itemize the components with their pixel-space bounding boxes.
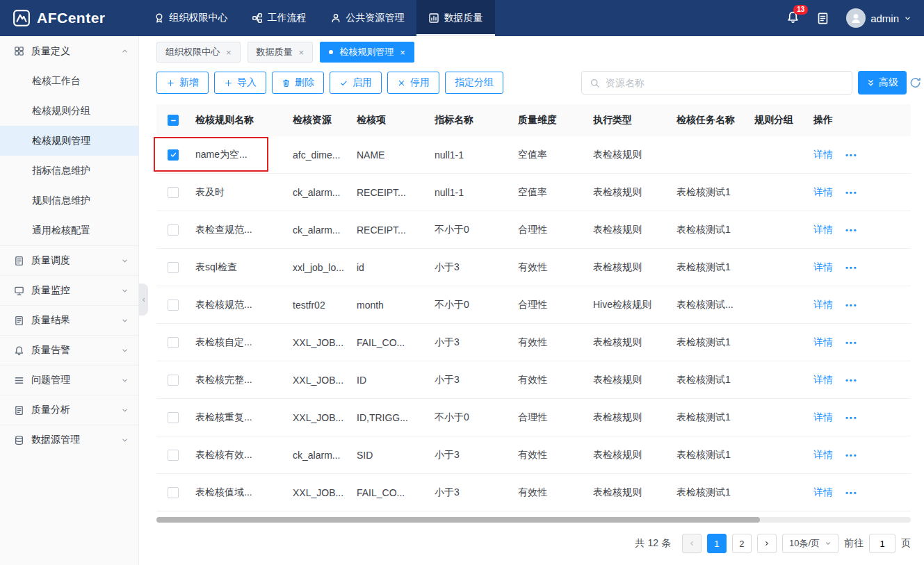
scrollbar-thumb[interactable] <box>156 517 760 523</box>
column-header-4: 质量维度 <box>518 114 593 126</box>
cell-resource: XXL_JOB... <box>293 337 357 348</box>
goto-page-input[interactable] <box>869 534 895 553</box>
detail-link[interactable]: 详情 <box>813 449 833 461</box>
more-actions-icon[interactable]: ••• <box>845 451 858 459</box>
row-checkbox[interactable] <box>168 450 179 461</box>
select-all-checkbox[interactable] <box>168 115 179 126</box>
topbar-nav-item-1[interactable]: 工作流程 <box>240 0 318 36</box>
detail-link[interactable]: 详情 <box>813 411 833 424</box>
tab-2[interactable]: 检核规则管理× <box>320 42 414 63</box>
more-actions-icon[interactable]: ••• <box>845 376 858 384</box>
toolbar-button-2[interactable]: 删除 <box>272 72 324 94</box>
toolbar-button-3[interactable]: 启用 <box>330 72 382 94</box>
more-actions-icon[interactable]: ••• <box>845 188 858 197</box>
prev-page-button[interactable] <box>682 534 702 553</box>
close-icon[interactable]: × <box>400 47 405 58</box>
sidebar-group-2[interactable]: 质量监控 <box>0 275 138 305</box>
more-actions-icon[interactable]: ••• <box>845 338 858 347</box>
more-actions-icon[interactable]: ••• <box>845 489 858 497</box>
next-page-button[interactable] <box>757 534 777 553</box>
tab-1[interactable]: 数据质量× <box>248 42 314 63</box>
detail-link[interactable]: 详情 <box>813 374 833 386</box>
chevron-left-icon <box>140 297 147 303</box>
chevron-right-icon <box>763 540 770 547</box>
detail-link[interactable]: 详情 <box>813 261 833 274</box>
toolbar-button-1[interactable]: 导入 <box>214 72 266 94</box>
detail-link[interactable]: 详情 <box>813 336 833 349</box>
cell-metric: 小于3 <box>435 336 518 349</box>
sidebar-item-0-1[interactable]: 检核规则分组 <box>0 96 138 126</box>
detail-link[interactable]: 详情 <box>813 149 833 161</box>
row-checkbox[interactable] <box>168 375 179 386</box>
horizontal-scrollbar[interactable] <box>156 517 911 523</box>
row-checkbox[interactable] <box>168 337 179 348</box>
cell-task: 表检核测试1 <box>676 261 754 274</box>
row-checkbox[interactable] <box>168 262 179 273</box>
sidebar-item-0-5[interactable]: 通用检核配置 <box>0 215 138 245</box>
workflow-icon <box>252 13 263 24</box>
cell-name: 表检核有效... <box>195 449 293 461</box>
detail-link[interactable]: 详情 <box>813 224 833 236</box>
sidebar-item-0-2[interactable]: 检核规则管理 <box>0 126 138 156</box>
page-button-2[interactable]: 2 <box>732 534 752 553</box>
topbar-nav-item-3[interactable]: 数据质量 <box>416 0 495 36</box>
sidebar-group-1[interactable]: 质量调度 <box>0 245 138 275</box>
refresh-icon[interactable] <box>909 76 922 90</box>
chevron-down-icon <box>121 257 129 265</box>
detail-link[interactable]: 详情 <box>813 186 833 199</box>
cell-task: 表检核测试... <box>676 299 754 311</box>
close-icon[interactable]: × <box>299 47 305 58</box>
detail-link[interactable]: 详情 <box>813 299 833 311</box>
cell-task: 表检核测试1 <box>676 186 754 199</box>
page-size-select[interactable]: 10条/页 <box>782 534 838 553</box>
chevron-up-icon <box>121 47 129 55</box>
topbar-nav-item-2[interactable]: 公共资源管理 <box>318 0 416 36</box>
cell-item: ID <box>357 375 435 386</box>
toolbar-button-5[interactable]: 指定分组 <box>445 72 503 94</box>
sidebar-item-label: 检核规则管理 <box>32 135 90 146</box>
close-icon[interactable]: × <box>226 47 232 58</box>
notifications-button[interactable]: 13 <box>786 10 800 26</box>
sidebar-group-3[interactable]: 质量结果 <box>0 305 138 335</box>
row-checkbox[interactable] <box>168 149 179 161</box>
search-input[interactable] <box>606 77 844 88</box>
sidebar-group-7[interactable]: 数据源管理 <box>0 425 138 455</box>
document-icon[interactable] <box>816 12 829 25</box>
tab-label: 数据质量 <box>257 46 293 58</box>
tab-0[interactable]: 组织权限中心× <box>156 42 241 63</box>
chevron-down-icon <box>121 436 129 444</box>
sidebar-item-0-0[interactable]: 检核工作台 <box>0 66 138 96</box>
sidebar-item-label: 检核规则分组 <box>32 105 90 116</box>
more-actions-icon[interactable]: ••• <box>845 413 858 422</box>
toolbar-button-4[interactable]: 停用 <box>387 72 439 94</box>
sidebar-group-0[interactable]: 质量定义 <box>0 36 138 66</box>
row-checkbox[interactable] <box>168 224 179 236</box>
sidebar-item-0-4[interactable]: 规则信息维护 <box>0 186 138 215</box>
sidebar-group-6[interactable]: 质量分析 <box>0 395 138 425</box>
row-checkbox[interactable] <box>168 187 179 198</box>
double-chevron-down-icon <box>866 79 875 88</box>
toolbar-button-0[interactable]: 新增 <box>156 72 209 94</box>
sidebar-item-0-3[interactable]: 指标信息维护 <box>0 156 138 186</box>
table-row-7: 表检核重复...XXL_JOB...ID,TRIGG...不小于0合理性表检核规… <box>156 399 911 436</box>
more-actions-icon[interactable]: ••• <box>845 226 858 234</box>
sidebar-group-4[interactable]: 质量告警 <box>0 335 138 365</box>
sidebar-collapse-handle[interactable] <box>139 284 148 316</box>
row-checkbox[interactable] <box>168 300 179 311</box>
more-actions-icon[interactable]: ••• <box>845 263 858 272</box>
sidebar-group-5[interactable]: 问题管理 <box>0 365 138 395</box>
logo[interactable]: AFCenter <box>0 9 118 27</box>
more-actions-icon[interactable]: ••• <box>845 151 858 159</box>
row-checkbox[interactable] <box>168 412 179 423</box>
cell-metric: 不小于0 <box>435 411 518 424</box>
page-button-1[interactable]: 1 <box>707 534 727 553</box>
list-icon <box>14 375 24 386</box>
search-icon <box>590 78 600 88</box>
advanced-button[interactable]: 高级 <box>858 71 907 95</box>
topbar-nav-item-0[interactable]: 组织权限中心 <box>142 0 240 36</box>
user-menu[interactable]: admin <box>846 8 911 28</box>
detail-link[interactable]: 详情 <box>813 486 833 499</box>
row-checkbox[interactable] <box>168 487 179 498</box>
more-actions-icon[interactable]: ••• <box>845 301 858 309</box>
cell-actions: 详情••• <box>813 299 911 311</box>
